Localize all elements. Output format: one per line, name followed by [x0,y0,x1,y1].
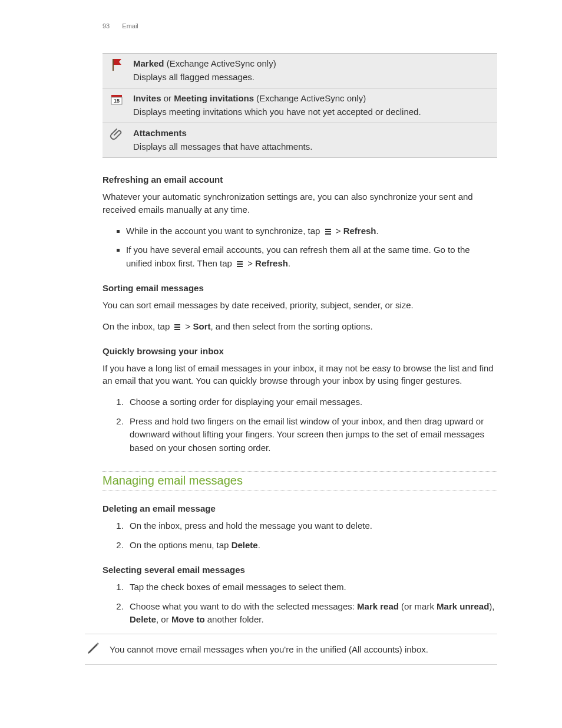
row-marked-text: Marked (Exchange ActiveSync only) Displa… [131,54,497,88]
table-row: Marked (Exchange ActiveSync only) Displa… [103,54,497,88]
list-item: Press and hold two fingers on the email … [126,415,497,455]
flag-icon-cell [103,54,131,88]
steps-selecting: Tap the check boxes of email messages to… [103,581,497,627]
list-item: While in the account you want to synchro… [126,225,497,238]
menu-icon [324,228,332,236]
text: . [258,540,260,550]
subheading-selecting: Selecting several email messages [103,565,497,575]
note-box: You cannot move email messages when you'… [85,634,497,665]
svg-rect-1 [111,95,122,97]
row-title-rest: (Exchange ActiveSync only) [164,58,276,68]
bullet-list-refreshing: While in the account you want to synchro… [103,225,497,271]
row-desc: Displays all messages that have attachme… [133,141,495,151]
text: On the inbox, tap [103,321,172,331]
pencil-icon [85,641,101,657]
bold-move-to: Move to [171,614,205,624]
heading-managing: Managing email messages [103,471,497,490]
text: ), [489,601,494,611]
svg-text:15: 15 [114,98,120,104]
subheading-browsing: Quickly browsing your inbox [103,346,497,356]
svg-rect-0 [113,59,114,71]
text: , or [156,614,171,624]
list-item: If you have several email accounts, you … [126,243,497,270]
subheading-deleting: Deleting an email message [103,503,497,513]
bullet-text: > [247,258,255,268]
paperclip-icon [110,133,124,143]
text: another folder. [205,614,264,624]
row-desc: Displays meeting invitations which you h… [133,107,495,117]
row-invites-text: Invites or Meeting invitations (Exchange… [131,88,497,123]
row-attachments-text: Attachments Displays all messages that h… [131,123,497,158]
para-sorting-2: On the inbox, tap > Sort, and then selec… [103,320,497,333]
steps-deleting: On the inbox, press and hold the message… [103,519,497,552]
bold-delete: Delete [232,540,258,550]
bullet-text: If you have several email accounts, you … [126,245,470,268]
bold-delete: Delete [130,614,156,624]
bold-mark-unread: Mark unread [437,601,489,611]
tab-spec-table: Marked (Exchange ActiveSync only) Displa… [103,53,497,158]
list-item: Tap the check boxes of email messages to… [126,581,497,594]
para-refreshing: Whatever your automatic synchronization … [103,190,497,216]
page-header: 93 Email [103,22,497,29]
subheading-refreshing: Refreshing an email account [103,174,497,185]
row-desc: Displays all flagged messages. [133,72,495,82]
para-sorting: You can sort email messages by date rece… [103,299,497,312]
text: (or mark [399,601,437,611]
list-item: Choose a sorting order for displaying yo… [126,396,497,409]
bold-refresh: Refresh [255,258,288,268]
row-title-2: Meeting invitations [174,93,254,103]
para-browsing: If you have a long list of email message… [103,362,497,388]
table-row: 15 Invites or Meeting invitations (Excha… [103,88,497,123]
calendar-icon: 15 [110,98,124,108]
header-section: Email [122,22,138,29]
bold-sort: Sort [193,321,211,331]
row-title: Invites [133,93,161,103]
bold-mark-read: Mark read [357,601,399,611]
menu-icon [173,323,181,331]
flag-icon [110,63,124,73]
list-item: On the options menu, tap Delete. [126,539,497,552]
paperclip-icon-cell [103,123,131,158]
bold-refresh: Refresh [343,226,376,236]
calendar-icon-cell: 15 [103,88,131,123]
bullet-text: . [376,226,378,236]
list-item: On the inbox, press and hold the message… [126,519,497,533]
text: , and then select from the sorting optio… [211,321,373,331]
row-title: Attachments [133,128,187,138]
bullet-text: While in the account you want to synchro… [126,226,323,236]
text: On the options menu, tap [130,540,232,550]
row-mid: or [161,93,174,103]
menu-icon [236,260,244,268]
text: Choose what you want to do with the sele… [130,601,357,611]
bullet-text: . [288,258,290,268]
list-item: Choose what you want to do with the sele… [126,600,497,627]
page-number: 93 [103,22,110,29]
text: > [186,321,193,331]
row-title: Marked [133,58,164,68]
bullet-text: > [336,226,343,236]
note-text: You cannot move email messages when you'… [110,644,428,654]
steps-browsing: Choose a sorting order for displaying yo… [103,396,497,454]
row-title-rest: (Exchange ActiveSync only) [254,93,366,103]
subheading-sorting: Sorting email messages [103,283,497,293]
document-page: 93 Email Marked (Exchange ActiveSync onl… [0,0,562,728]
table-row: Attachments Displays all messages that h… [103,123,497,158]
